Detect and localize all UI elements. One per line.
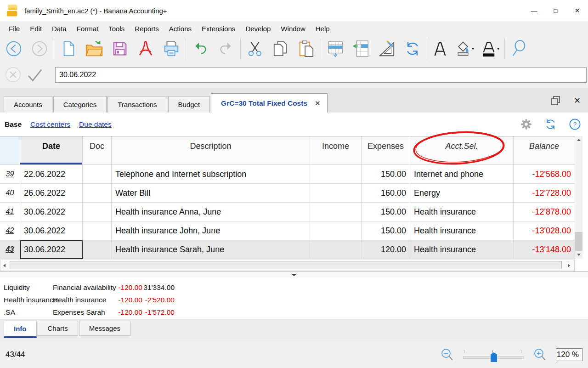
menu-extensions[interactable]: Extensions	[197, 25, 240, 33]
view-link-cost-centers[interactable]: Cost centers	[30, 120, 70, 129]
view-link-due-dates[interactable]: Due dates	[79, 120, 112, 129]
minimize-button[interactable]: —	[523, 0, 545, 21]
reject-entry-button[interactable]	[4, 66, 22, 83]
menu-format[interactable]: Format	[72, 25, 104, 33]
recalculate-button[interactable]	[400, 38, 425, 60]
cell-date[interactable]: 26.06.2022	[20, 184, 83, 203]
scroll-right-button[interactable]	[565, 260, 572, 271]
cell-income[interactable]	[310, 240, 362, 259]
menu-develop[interactable]: Develop	[240, 25, 276, 33]
accept-entry-button[interactable]	[26, 67, 44, 83]
cell-balance[interactable]: -12'878.00	[514, 203, 575, 221]
menu-reports[interactable]: Reports	[130, 25, 164, 33]
close-view-icon[interactable]: ✕	[574, 96, 581, 106]
zoom-out-icon[interactable]	[440, 348, 454, 362]
cell-income[interactable]	[310, 203, 362, 221]
cell-description[interactable]: Health insurance Sarah, June	[112, 240, 310, 259]
header-expenses[interactable]: Expenses	[362, 136, 410, 165]
cell-income[interactable]	[310, 184, 362, 203]
cell-description[interactable]: Health insurance John, June	[112, 221, 310, 240]
horizontal-scrollbar[interactable]	[0, 260, 575, 271]
row-number[interactable]: 42	[0, 221, 20, 240]
tab-budget[interactable]: Budget	[168, 96, 210, 113]
table-row[interactable]: 41 30.06.2022 Health insurance Anna, Jun…	[0, 203, 575, 221]
header-balance[interactable]: Balance	[514, 136, 575, 165]
page-setup-button[interactable]	[374, 38, 400, 60]
save-button[interactable]	[107, 38, 133, 60]
dropdown-caret-icon[interactable]: ▾	[472, 46, 474, 51]
cell-doc[interactable]	[83, 240, 112, 259]
tab-transactions[interactable]: Transactions	[107, 96, 167, 113]
back-button[interactable]	[1, 38, 27, 60]
cell-acct-sel[interactable]: Energy	[410, 184, 514, 203]
cell-date[interactable]: 30.06.2022	[20, 221, 83, 240]
cell-edit-input[interactable]	[55, 67, 587, 83]
cell-expenses[interactable]: 120.00	[362, 240, 410, 259]
table-row-selected[interactable]: 43 30.06.2022 Health insurance Sarah, Ju…	[0, 240, 575, 259]
cell-doc[interactable]	[83, 203, 112, 221]
cell-balance[interactable]: -13'148.00	[514, 240, 575, 259]
cell-date[interactable]: 22.06.2022	[20, 165, 83, 184]
menu-help[interactable]: Help	[311, 25, 335, 33]
tab-grc30-total-fixed-costs[interactable]: GrC=30 Total Fixed Costs ✕	[211, 93, 328, 113]
close-button[interactable]: ✕	[566, 0, 588, 21]
cell-description[interactable]: Telephone and Internet subscription	[112, 165, 310, 184]
menu-edit[interactable]: Edit	[25, 25, 47, 33]
paste-button[interactable]	[294, 38, 319, 60]
maximize-button[interactable]: □	[545, 0, 566, 21]
settings-gear-icon[interactable]	[520, 119, 532, 130]
cell-acct-sel[interactable]: Internet and phone	[410, 165, 514, 184]
zoom-slider[interactable]	[463, 347, 524, 362]
zoom-slider-thumb[interactable]	[491, 352, 497, 362]
cell-description[interactable]: Health insurance Anna, June	[112, 203, 310, 221]
cell-acct-sel[interactable]: Health insurance	[410, 203, 514, 221]
view-base-label[interactable]: Base	[5, 120, 22, 129]
splitter-handle-icon[interactable]	[291, 274, 297, 276]
cell-income[interactable]	[310, 165, 362, 184]
tab-charts[interactable]: Charts	[38, 321, 78, 336]
cell-doc[interactable]	[83, 184, 112, 203]
search-button[interactable]	[506, 38, 532, 60]
zoom-level-box[interactable]: 120 %	[556, 348, 582, 361]
scroll-left-button[interactable]	[0, 260, 8, 271]
help-icon[interactable]: ?	[569, 119, 581, 130]
scroll-up-button[interactable]	[575, 136, 582, 144]
font-style-button[interactable]	[429, 38, 452, 60]
row-number[interactable]: 40	[0, 184, 20, 203]
menu-window[interactable]: Window	[276, 25, 310, 33]
header-acct-sel[interactable]: Acct.Sel.	[410, 136, 514, 165]
table-row[interactable]: 42 30.06.2022 Health insurance John, Jun…	[0, 221, 575, 240]
cell-doc[interactable]	[83, 221, 112, 240]
dropdown-caret-icon[interactable]: ▾	[497, 46, 499, 51]
row-number[interactable]: 39	[0, 165, 20, 184]
cell-balance[interactable]: -12'728.00	[514, 184, 575, 203]
tab-categories[interactable]: Categories	[53, 96, 107, 113]
cell-acct-sel[interactable]: Health insurance	[410, 240, 514, 259]
text-color-button[interactable]: ▾	[477, 38, 503, 60]
print-button[interactable]	[158, 38, 184, 60]
cell-date[interactable]: 30.06.2022	[20, 203, 83, 221]
cell-expenses[interactable]: 150.00	[362, 165, 410, 184]
row-number[interactable]: 43	[0, 240, 20, 259]
insert-columns-button[interactable]	[348, 38, 374, 60]
cell-expenses[interactable]: 160.00	[362, 184, 410, 203]
cut-button[interactable]	[242, 38, 268, 60]
tab-info[interactable]: Info	[4, 321, 37, 338]
tab-messages[interactable]: Messages	[79, 321, 130, 336]
menu-data[interactable]: Data	[47, 25, 72, 33]
cell-balance[interactable]: -13'028.00	[514, 221, 575, 240]
export-pdf-button[interactable]	[133, 38, 158, 60]
cell-expenses[interactable]: 150.00	[362, 221, 410, 240]
redo-button[interactable]	[213, 38, 239, 60]
insert-rows-button[interactable]	[322, 38, 348, 60]
menu-tools[interactable]: Tools	[103, 25, 130, 33]
vertical-scrollbar-thumb[interactable]	[575, 232, 582, 251]
tab-accounts[interactable]: Accounts	[4, 96, 52, 113]
table-row[interactable]: 40 26.06.2022 Water Bill 160.00 Energy -…	[0, 184, 575, 203]
menu-actions[interactable]: Actions	[164, 25, 197, 33]
header-income[interactable]: Income	[310, 136, 362, 165]
new-file-button[interactable]	[56, 38, 81, 60]
header-doc[interactable]: Doc	[83, 136, 112, 165]
cell-balance[interactable]: -12'568.00	[514, 165, 575, 184]
header-description[interactable]: Description	[112, 136, 310, 165]
